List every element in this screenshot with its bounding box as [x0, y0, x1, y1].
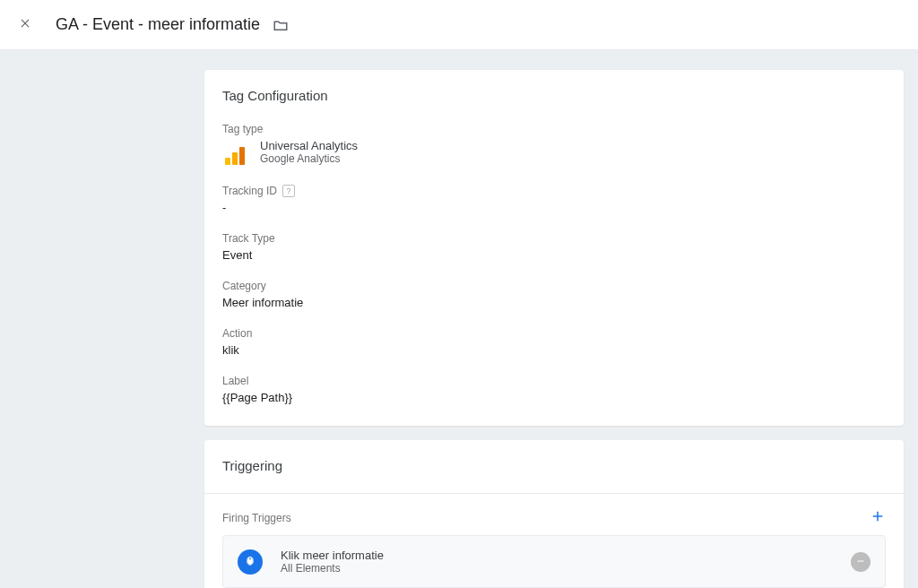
close-button[interactable] — [14, 14, 36, 36]
tag-type-label: Tag type — [222, 123, 886, 135]
add-trigger-button[interactable] — [870, 508, 886, 528]
google-analytics-icon — [222, 140, 247, 165]
svg-rect-7 — [858, 560, 864, 561]
trigger-type: All Elements — [281, 562, 851, 575]
content-area: Tag Configuration Tag type Universal Ana… — [0, 50, 918, 588]
tag-type-vendor: Google Analytics — [260, 152, 358, 165]
tag-type-name: Universal Analytics — [260, 139, 358, 152]
tag-configuration-card[interactable]: Tag Configuration Tag type Universal Ana… — [204, 70, 904, 426]
action-label: Action — [222, 327, 886, 340]
action-value: klik — [222, 343, 886, 357]
minus-icon — [855, 554, 866, 570]
page-title: GA - Event - meer informatie — [56, 15, 260, 34]
header-bar: GA - Event - meer informatie — [0, 0, 918, 50]
tracking-id-label: Tracking ID ? — [222, 185, 886, 197]
plus-icon — [870, 508, 886, 528]
track-type-value: Event — [222, 248, 886, 262]
svg-rect-6 — [250, 558, 251, 560]
triggering-title: Triggering — [222, 458, 886, 473]
category-value: Meer informatie — [222, 296, 886, 309]
trigger-item[interactable]: Klik meer informatie All Elements — [222, 535, 886, 588]
firing-triggers-label: Firing Triggers — [222, 512, 291, 524]
label-label: Label — [222, 375, 886, 387]
trigger-name: Klik meer informatie — [281, 549, 851, 562]
remove-trigger-button[interactable] — [851, 552, 870, 572]
tracking-id-value: - — [222, 201, 886, 214]
help-icon[interactable]: ? — [282, 185, 295, 197]
category-label: Category — [222, 280, 886, 292]
track-type-label: Track Type — [222, 232, 886, 245]
tag-type-row: Universal Analytics Google Analytics — [222, 139, 886, 165]
click-trigger-icon — [238, 549, 263, 575]
label-value: {{Page Path}} — [222, 391, 886, 404]
triggering-card[interactable]: Triggering Firing Triggers — [204, 440, 904, 588]
folder-icon[interactable] — [273, 17, 289, 33]
tag-config-title: Tag Configuration — [222, 88, 886, 103]
close-icon — [19, 17, 31, 33]
